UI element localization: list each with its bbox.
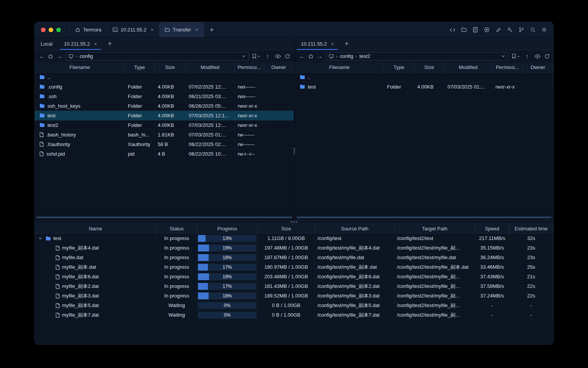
tab-local[interactable]: Local	[35, 38, 58, 50]
key-icon[interactable]	[506, 26, 513, 33]
git-branch-icon[interactable]	[518, 26, 524, 33]
path-dropdown-icon[interactable]	[501, 54, 505, 58]
horizontal-scrollbar[interactable]	[36, 217, 292, 218]
file-icon	[39, 141, 44, 147]
col-target-path[interactable]: Target Path	[395, 224, 475, 233]
col-size[interactable]: Size	[414, 62, 444, 72]
transfer-status: In progress	[157, 233, 197, 243]
refresh-icon[interactable]	[285, 54, 290, 59]
path-crumb[interactable]: config	[340, 53, 353, 59]
filename-cell: test2	[35, 120, 125, 130]
col-size[interactable]: Size	[258, 224, 315, 233]
forward-button[interactable]: →	[56, 53, 63, 59]
close-icon[interactable]: ×	[331, 41, 334, 47]
col-size[interactable]: Size	[155, 62, 186, 72]
tab-remote-session[interactable]: 10.211.55.2 ×	[295, 38, 340, 50]
col-estimated-time[interactable]: Estimated time	[510, 224, 553, 233]
table-row[interactable]: .configFolder4.00KB07/02/2025 12:...rwx-…	[35, 82, 294, 92]
close-icon[interactable]: ×	[94, 41, 97, 47]
pencil-icon[interactable]	[495, 26, 501, 33]
table-row[interactable]: .bash_historybash_hi...1.61KB07/03/2025 …	[35, 130, 294, 140]
path-bar[interactable]: › config	[65, 52, 249, 61]
upload-button[interactable]: ↑	[524, 53, 531, 59]
table-row[interactable]: sshd.pidpid4 B06/22/2025 10:...rw-r--r--	[35, 149, 294, 159]
filename-cell: .ssh	[35, 92, 125, 101]
col-owner[interactable]: Owner	[523, 62, 553, 72]
tab-remote-session[interactable]: 10.211.55.2 ×	[58, 38, 103, 50]
col-name[interactable]: Name	[35, 224, 157, 233]
col-source-path[interactable]: Source Path	[315, 224, 395, 233]
table-row[interactable]: ..	[295, 72, 553, 82]
col-status[interactable]: Status	[157, 224, 197, 233]
tab-transfer[interactable]: Transfer ×	[159, 22, 204, 37]
col-progress[interactable]: Progress	[197, 224, 258, 233]
cell-permissions: rwx------	[235, 82, 264, 91]
table-row[interactable]: test2Folder4.00KB07/03/2025 12:...rwxr-x…	[35, 120, 294, 130]
transfer-row[interactable]: myfile_副本4.datIn progress19%197.48MB / 1…	[35, 243, 553, 253]
refresh-icon[interactable]	[544, 54, 550, 59]
col-owner[interactable]: Owner	[264, 62, 294, 72]
back-button[interactable]: ←	[38, 53, 45, 59]
crumb-separator: ›	[356, 54, 357, 59]
path-crumb[interactable]: test2	[359, 53, 370, 59]
col-speed[interactable]: Speed	[475, 224, 510, 233]
transfer-row[interactable]: myfile_副本7.datWaiting0%0 B / 1.00GB/conf…	[35, 310, 553, 320]
home-button[interactable]	[308, 54, 314, 59]
transfer-row[interactable]: myfile_副本2.datIn progress17%181.43MB / 1…	[35, 281, 553, 291]
col-filename[interactable]: Filename	[295, 62, 384, 72]
transfer-row[interactable]: myfile_副本3.datIn progress18%189.52MB / 1…	[35, 291, 553, 301]
table-row[interactable]: ..	[35, 72, 294, 82]
table-row[interactable]: testFolder4.00KB07/03/2025 12:1...rwxr-x…	[35, 111, 294, 120]
path-crumb[interactable]: config	[80, 53, 93, 59]
path-bar[interactable]: › config › test2	[326, 52, 508, 61]
show-hidden-eye-icon[interactable]	[275, 54, 281, 59]
record-icon[interactable]	[483, 26, 490, 33]
table-row[interactable]: .XauthorityXauthority58 B06/22/2025 02:.…	[35, 140, 294, 149]
new-file-tab-button[interactable]: +	[340, 38, 354, 50]
bookmark-icon[interactable]	[252, 54, 260, 59]
close-icon[interactable]: ×	[150, 27, 154, 33]
transfer-row[interactable]: myfile_副本5.datWaiting0%0 B / 1.00GB/conf…	[35, 301, 553, 310]
transfer-filename: myfile_副本4.dat	[62, 245, 99, 251]
close-icon[interactable]: ×	[195, 27, 198, 33]
transfer-row[interactable]: myfile_副本.datIn progress17%180.97MB / 1.…	[35, 262, 553, 272]
table-row[interactable]: .sshFolder4.00KB06/21/2025 03:...rwx----…	[35, 92, 294, 101]
home-button[interactable]	[48, 54, 53, 59]
transfer-row[interactable]: myfile_副本6.datIn progress19%203.48MB / 1…	[35, 272, 553, 281]
back-button[interactable]: ←	[299, 53, 305, 59]
transfer-source-path: /config/test/myfile_副本7.dat	[315, 310, 395, 320]
horizontal-scrollbar[interactable]	[297, 217, 552, 218]
tab-termora[interactable]: Termora	[69, 22, 107, 37]
table-row[interactable]: testFolder4.00KB07/03/2025 01:...rwxr-xr…	[295, 82, 553, 92]
col-modified[interactable]: Modified	[186, 62, 235, 72]
transfer-splitter[interactable]	[35, 220, 553, 224]
col-permissions[interactable]: Permissi...	[235, 62, 264, 72]
file-icon	[56, 255, 60, 260]
settings-icon[interactable]	[541, 26, 547, 33]
search-icon[interactable]	[529, 26, 536, 33]
zoom-window-button[interactable]	[56, 28, 61, 32]
close-window-button[interactable]	[41, 28, 46, 32]
col-type[interactable]: Type	[125, 62, 155, 72]
transfer-filename: myfile.dat	[62, 255, 83, 260]
col-filename[interactable]: Filename	[35, 62, 125, 72]
transfer-row[interactable]: myfile.datIn progress18%187.87MB / 1.00G…	[35, 253, 553, 262]
new-terminal-tab-button[interactable]: +	[204, 22, 220, 37]
code-icon[interactable]	[449, 26, 456, 33]
log-icon[interactable]	[472, 26, 479, 33]
path-dropdown-icon[interactable]	[242, 54, 246, 58]
chevron-down-icon[interactable]	[37, 237, 43, 240]
forward-button[interactable]: →	[316, 53, 323, 59]
table-row[interactable]: ssh_host_keysFolder4.00KB06/26/2025 05:.…	[35, 101, 294, 111]
transfer-row[interactable]: testIn progress13%1.11GB / 8.00GB/config…	[35, 233, 553, 243]
col-modified[interactable]: Modified	[444, 62, 492, 72]
col-type[interactable]: Type	[384, 62, 414, 72]
minimize-window-button[interactable]	[49, 28, 53, 32]
tab-terminal-session[interactable]: 10.211.55.2 ×	[107, 22, 159, 37]
new-file-tab-button[interactable]: +	[103, 38, 117, 50]
folder-icon[interactable]	[461, 26, 467, 33]
bookmark-icon[interactable]	[512, 54, 520, 59]
show-hidden-eye-icon[interactable]	[534, 54, 541, 59]
col-permissions[interactable]: Permissi...	[492, 62, 523, 72]
upload-button[interactable]: ↑	[264, 53, 271, 59]
